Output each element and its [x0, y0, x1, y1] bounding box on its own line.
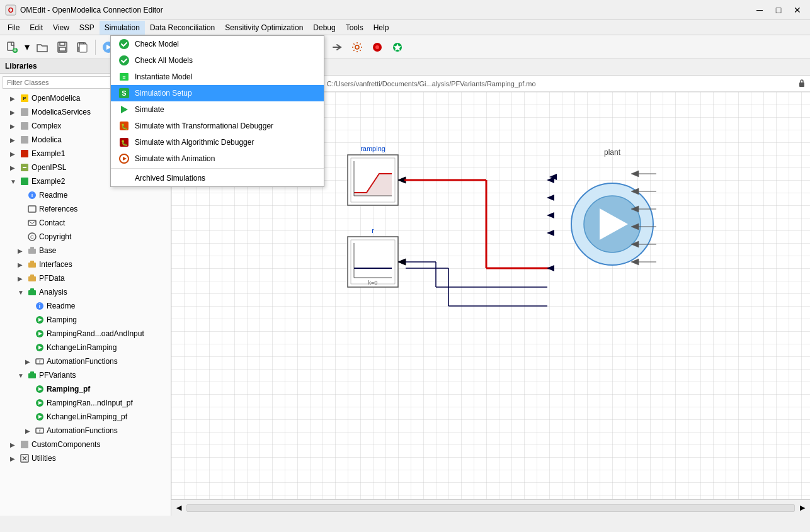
- h-scrollbar-right[interactable]: ▶: [800, 504, 805, 512]
- svg-text:C: C: [30, 234, 34, 240]
- minimize-button[interactable]: ─: [752, 3, 767, 18]
- tree-item-automationfunctions[interactable]: ▶ f AutomationFunctions: [0, 354, 171, 368]
- breadcrumb-filepath: C:/Users/vanfretti/Documents/Gi...alysis…: [327, 80, 536, 88]
- check-all-models-icon: [118, 55, 130, 66]
- instantiate-model-label: Instantiate Model: [135, 72, 192, 81]
- svg-rect-54: [21, 150, 28, 157]
- red-dot-button[interactable]: [368, 38, 387, 57]
- menu-check-all-models[interactable]: Check All Models: [111, 52, 324, 69]
- check-all-models-label: Check All Models: [135, 56, 193, 65]
- toolbar-sep-1: [95, 40, 96, 55]
- menu-edit[interactable]: Edit: [25, 21, 48, 35]
- tree-item-copyright[interactable]: C Copyright: [0, 230, 171, 244]
- tree-item-base[interactable]: ▶ Base: [0, 244, 171, 258]
- readme-icon: i: [27, 190, 37, 200]
- tree-item-contact[interactable]: Contact: [0, 216, 171, 230]
- menu-simulate-trans[interactable]: 🐛 Simulate with Transformational Debugge…: [111, 118, 324, 134]
- expand-arrow: ▶: [18, 261, 25, 268]
- menu-debug[interactable]: Debug: [308, 21, 340, 35]
- tree-item-pfvariants[interactable]: ▼ PFVariants: [0, 368, 171, 382]
- menu-simulation[interactable]: Simulation: [100, 21, 145, 35]
- expand-arrow: ▼: [18, 372, 25, 379]
- menu-instantiate-model[interactable]: ≡ Instantiate Model: [111, 69, 324, 85]
- svg-text:≡: ≡: [122, 74, 125, 81]
- menu-sensitivity-optimization[interactable]: Sensitivity Optimization: [220, 21, 308, 35]
- menu-simulation-setup[interactable]: S Simulation Setup: [111, 85, 324, 101]
- tree-item-rampingrand-pf[interactable]: RampingRan...ndInput_pf: [0, 396, 171, 410]
- plant-block[interactable]: plant: [571, 148, 653, 265]
- tree-item-automationfunctions2[interactable]: ▶ f AutomationFunctions: [0, 424, 171, 438]
- open-button[interactable]: [33, 38, 52, 57]
- h-scrollbar-track[interactable]: [186, 504, 795, 512]
- tree-item-kchangelin[interactable]: KchangeLinRamping: [0, 341, 171, 354]
- save-all-button[interactable]: [73, 38, 92, 57]
- new-button[interactable]: +: [3, 38, 21, 57]
- close-button[interactable]: ✕: [790, 3, 805, 18]
- arrow-right-button[interactable]: [328, 38, 346, 57]
- h-scrollbar-left[interactable]: ◀: [176, 504, 181, 512]
- new-dropdown-arrow[interactable]: ▾: [23, 38, 31, 57]
- svg-rect-18: [59, 47, 66, 51]
- tree-item-label: Copyright: [39, 232, 71, 241]
- ramping-pf-icon: [35, 384, 45, 394]
- example2-icon: [20, 176, 30, 186]
- svg-rect-52: [21, 122, 28, 130]
- menu-simulate-algo[interactable]: 🐛 Simulate with Algorithmic Debugger: [111, 134, 324, 150]
- tree-item-utilities[interactable]: ▶ Utilities: [0, 451, 171, 465]
- menu-simulate[interactable]: Simulate: [111, 101, 324, 118]
- simulate-icon: [118, 104, 130, 115]
- tree-item-ramping[interactable]: Ramping: [0, 313, 171, 327]
- tree-item-label: RampingRand...oadAndInput: [47, 329, 144, 338]
- svg-rect-69: [30, 274, 34, 277]
- gear-button[interactable]: [348, 38, 367, 57]
- svg-rect-94: [21, 444, 25, 448]
- tree-item-references[interactable]: References: [0, 202, 171, 216]
- tree-item-analysis[interactable]: ▼ Analysis: [0, 285, 171, 299]
- check-model-label: Check Model: [135, 40, 179, 48]
- archived-simulations-icon: [118, 173, 130, 184]
- tree-item-label: Readme: [39, 191, 67, 200]
- tree-item-pfdata[interactable]: ▶ PFData: [0, 271, 171, 285]
- openipsl-icon: [20, 162, 30, 173]
- svg-rect-65: [30, 247, 34, 249]
- instantiate-model-icon: ≡: [118, 71, 130, 82]
- tree-item-label: Readme: [47, 302, 75, 310]
- tree-item-analysis-readme[interactable]: i Readme: [0, 299, 171, 313]
- breadcrumb-lock[interactable]: [797, 79, 806, 89]
- save-button[interactable]: [53, 38, 72, 57]
- svg-text:i: i: [39, 303, 41, 309]
- tree-item-label: Modelica: [31, 135, 62, 144]
- menu-file[interactable]: File: [3, 21, 25, 35]
- svg-rect-67: [30, 261, 34, 263]
- rampingrand-pf-icon: [35, 398, 45, 408]
- dropdown-separator: [111, 168, 324, 169]
- tree-item-readme[interactable]: i Readme: [0, 188, 171, 202]
- menu-simulate-anim[interactable]: Simulate with Animation: [111, 150, 324, 167]
- tree-item-customcomponents[interactable]: ▶ CustomComponents: [0, 438, 171, 451]
- svg-rect-66: [28, 263, 36, 268]
- r-block[interactable]: r k=0: [348, 227, 406, 287]
- menu-view[interactable]: View: [48, 21, 74, 35]
- menu-check-model[interactable]: Check Model: [111, 36, 324, 52]
- menu-tools[interactable]: Tools: [341, 21, 368, 35]
- tree-item-kchangelin-pf[interactable]: KchangeLinRamping_pf: [0, 410, 171, 424]
- tree-item-label: AutomationFunctions: [47, 426, 118, 435]
- green-star-button[interactable]: [388, 38, 407, 57]
- menu-help[interactable]: Help: [368, 21, 394, 35]
- menu-data-reconciliation[interactable]: Data Reconciliation: [145, 21, 220, 35]
- ramping-block[interactable]: ramping: [348, 145, 406, 205]
- maximize-button[interactable]: □: [771, 3, 786, 18]
- expand-arrow: ▼: [18, 289, 25, 296]
- tree-item-interfaces[interactable]: ▶ Interfaces: [0, 258, 171, 271]
- svg-rect-68: [28, 276, 36, 281]
- svg-marker-124: [547, 195, 554, 201]
- app-icon: O: [5, 4, 16, 16]
- pfvariants-icon: [27, 370, 37, 380]
- tree-item-rampingrand[interactable]: RampingRand...oadAndInput: [0, 327, 171, 341]
- tree-item-ramping-pf[interactable]: Ramping_pf: [0, 382, 171, 396]
- tree-item-label: OpenModelica: [31, 94, 80, 103]
- expand-arrow: ▶: [10, 441, 18, 448]
- menu-archived-simulations[interactable]: Archived Simulations: [111, 170, 324, 186]
- utilities-icon: [20, 453, 30, 463]
- menu-ssp[interactable]: SSP: [74, 21, 100, 35]
